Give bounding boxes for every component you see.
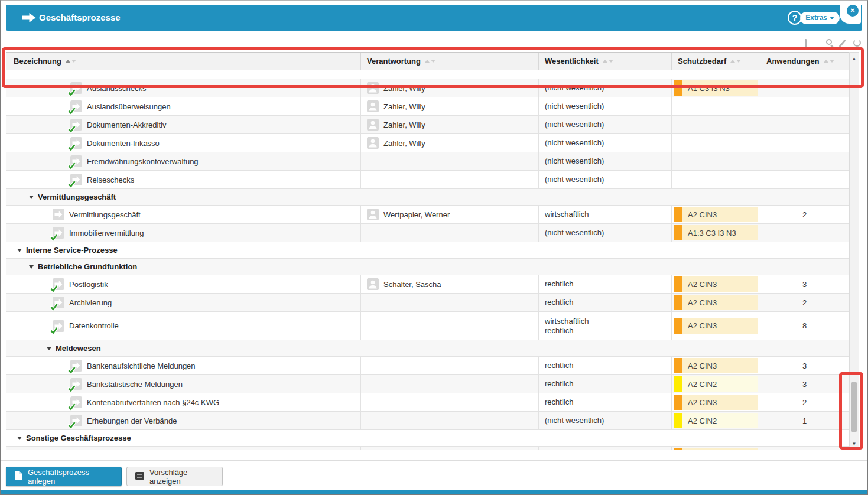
responsible-name: Schalter, Sascha (383, 280, 441, 289)
search-icon[interactable] (826, 39, 832, 45)
protection-label: A2 CIN3 (682, 321, 717, 330)
scroll-up-icon[interactable]: ▲ (850, 56, 859, 61)
table-row[interactable]: Fremdwährungskontoverwaltung(nicht wesen… (6, 152, 849, 171)
table-row[interactable]: Dokumenten-InkassoZahler, Willy(nicht we… (6, 134, 849, 152)
person-icon (367, 82, 379, 94)
verantwortung-cell (361, 171, 539, 188)
group-row[interactable]: Interne Service-Prozesse (6, 242, 849, 259)
group-row[interactable]: Meldewesen (6, 340, 849, 357)
check-icon (50, 327, 58, 334)
column-header-wesentlichkeit[interactable]: Wesentlichkeit (539, 53, 672, 70)
verantwortung-cell (361, 357, 539, 374)
table-row[interactable]: Bankenaufsichtliche MeldungenrechtlichA2… (6, 357, 849, 375)
table-row[interactable]: Reiseschecks(nicht wesentlich) (6, 171, 849, 189)
anwendungen-cell: 3 (760, 375, 849, 393)
group-row[interactable]: Sonstige Geschäftsprozesse (6, 430, 849, 447)
collapse-arrow-icon[interactable] (29, 265, 34, 269)
protection-level-block (674, 358, 682, 373)
column-header-verantwortung[interactable]: Verantwortung (361, 53, 539, 70)
group-label: Interne Service-Prozesse (26, 246, 118, 255)
close-corner: ✕ (840, 2, 861, 24)
collapse-arrow-icon[interactable] (17, 437, 22, 440)
group-row[interactable]: Vermittlungsgeschäft (6, 189, 849, 206)
process-icon (70, 378, 82, 390)
sort-icon (824, 60, 834, 63)
verantwortung-cell: Wertpapier, Werner (361, 206, 539, 223)
table-row[interactable]: ArchivierungrechtlichA2 CIN32 (6, 294, 849, 312)
table-row[interactable]: Bankstatistische MeldungenrechtlichA2 CI… (6, 375, 849, 393)
wesentlichkeit-cell (539, 447, 672, 450)
table-row[interactable]: Kontenabrufverfahren nach §24c KWGrechtl… (6, 393, 849, 412)
anwendungen-cell (760, 134, 849, 152)
protection-badge: A2 CIN3 (674, 318, 758, 334)
table-row[interactable]: g ( ) (6, 70, 849, 79)
scroll-down-icon[interactable]: ▼ (850, 441, 859, 447)
process-label: Datenkontrolle (69, 321, 119, 330)
protection-label: A2 CIN3 (682, 280, 717, 289)
protection-level-block (674, 295, 682, 310)
wesentlichkeit-cell: (nicht wesentlich) (539, 171, 672, 188)
sort-icon (66, 60, 76, 63)
create-process-button[interactable]: Geschäftsprozess anlegen (6, 467, 122, 486)
table-row[interactable]: AuslandsschecksZahler, Willy(nicht wesen… (6, 79, 849, 97)
process-label: Bankenaufsichtliche Meldungen (87, 362, 196, 370)
person-icon (367, 137, 379, 149)
process-table: BezeichnungVerantwortungWesentlichkeitSc… (6, 52, 849, 450)
extras-button[interactable]: Extras (800, 12, 840, 24)
wesentlichkeit-cell: rechtlich (539, 357, 672, 374)
protection-badge: A2 CIN3 (674, 276, 758, 292)
check-icon (50, 233, 58, 241)
close-button[interactable]: ✕ (847, 5, 859, 17)
table-row[interactable]: AuslandsüberweisungenZahler, Willy(nicht… (6, 97, 849, 116)
process-icon (70, 174, 82, 185)
wesentlichkeit-cell: (nicht wesentlich) (539, 116, 672, 133)
table-row[interactable]: Datenkontrollewirtschaftlich rechtlichA2… (6, 312, 849, 340)
protection-level-block (674, 448, 682, 450)
table-row[interactable] (6, 447, 849, 450)
process-icon (70, 155, 82, 167)
group-row[interactable]: Betriebliche Grundfunktion (6, 259, 849, 275)
column-header-bezeichnung[interactable]: Bezeichnung (6, 53, 361, 70)
vertical-scrollbar[interactable]: ▲ ▼ (849, 52, 859, 450)
check-icon (50, 303, 58, 311)
table-rows: g ( )AuslandsschecksZahler, Willy(nicht … (6, 70, 849, 450)
group-cell: Sonstige Geschäftsprozesse (6, 430, 849, 446)
process-icon (53, 297, 64, 308)
bezeichnung-cell: Reiseschecks (6, 171, 361, 188)
table-row[interactable]: Immobilienvermittlung(nicht wesentlich)A… (6, 224, 849, 242)
refresh-icon[interactable] (853, 39, 861, 47)
process-icon (70, 137, 82, 149)
protection-badge: A2 CIN3 (674, 358, 758, 373)
protection-level-block (674, 376, 682, 392)
verantwortung-cell: Zahler, Willy (361, 97, 539, 115)
anwendungen-cell: 1 (760, 412, 849, 429)
verantwortung-cell: Zahler, Willy (361, 134, 539, 152)
process-label: Erhebungen der Verbände (87, 416, 177, 425)
collapse-arrow-icon[interactable] (17, 249, 22, 252)
protection-label: A2 CIN3 (682, 298, 717, 307)
column-header-anwendungen[interactable]: Anwendungen (760, 53, 849, 70)
table-row[interactable]: Erhebungen der Verbände(nicht wesentlich… (6, 412, 849, 430)
info-icon[interactable] (805, 39, 807, 47)
collapse-arrow-icon[interactable] (47, 347, 51, 350)
column-header-schutzbedarf[interactable]: Schutzbedarf (672, 53, 760, 70)
check-icon (68, 366, 76, 374)
anwendungen-cell (760, 97, 849, 115)
edit-icon[interactable] (839, 40, 846, 47)
process-label: Immobilienvermittlung (69, 229, 144, 237)
table-row[interactable]: Dokumenten-AkkreditivZahler, Willy(nicht… (6, 116, 849, 134)
bezeichnung-cell: Datenkontrolle (6, 312, 361, 340)
process-label: Kontenabrufverfahren nach §24c KWG (87, 398, 219, 407)
scrollbar-thumb[interactable] (851, 382, 857, 432)
group-label: Vermittlungsgeschäft (38, 193, 116, 201)
group-label: Meldewesen (56, 344, 101, 353)
table-row[interactable]: VermittlungsgeschäftWertpapier, Wernerwi… (6, 206, 849, 224)
verantwortung-cell (361, 412, 539, 429)
table-row[interactable]: PostlogistikSchalter, SascharechtlichA2 … (6, 275, 849, 294)
check-icon (68, 421, 76, 429)
process-icon (70, 82, 82, 94)
process-label: Bankstatistische Meldungen (87, 380, 183, 389)
process-label: Postlogistik (69, 280, 108, 289)
collapse-arrow-icon[interactable] (29, 196, 34, 199)
show-suggestions-button[interactable]: Vorschläge anzeigen (126, 467, 223, 486)
